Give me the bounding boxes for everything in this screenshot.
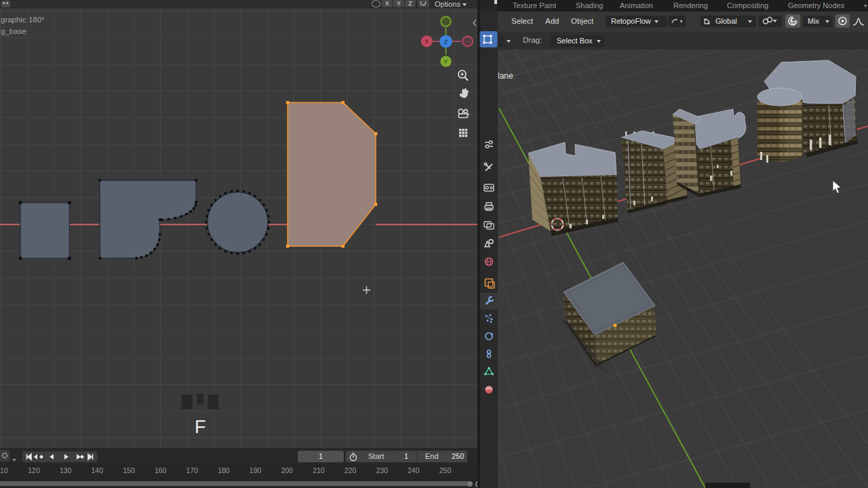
svg-text:g_base: g_base bbox=[1, 27, 26, 35]
svg-text:lane: lane bbox=[498, 71, 513, 81]
svg-text:Y: Y bbox=[444, 58, 448, 65]
svg-text:F: F bbox=[195, 417, 206, 437]
svg-text:graphic 180°: graphic 180° bbox=[1, 16, 45, 24]
svg-text:X: X bbox=[425, 38, 429, 45]
svg-text:Z: Z bbox=[444, 39, 448, 45]
